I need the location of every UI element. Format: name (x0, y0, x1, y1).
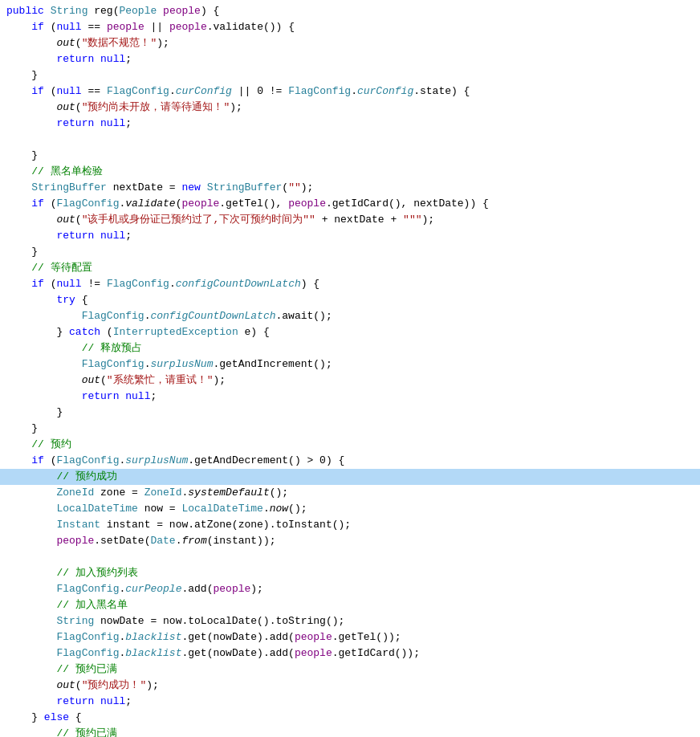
code-line: } (0, 67, 700, 83)
code-line: if (null == FlagConfig.curConfig || 0 !=… (0, 83, 700, 100)
code-text: FlagConfig.curPeople.add(people); (6, 581, 263, 597)
code-line: StringBuffer nextDate = new StringBuffer… (0, 180, 700, 196)
code-line: if (FlagConfig.surplusNum.getAndDecremen… (0, 453, 700, 469)
code-text: Instant instant = now.atZone(zone).toIns… (6, 517, 351, 533)
code-text: if (null == people || people.validate())… (6, 19, 295, 35)
code-text: return null; (6, 51, 132, 67)
code-text: } (6, 148, 38, 164)
code-text: // 预约成功 (6, 469, 117, 485)
code-text: // 预约已满 (6, 662, 117, 678)
code-line: // 加入黑名单 (0, 597, 700, 613)
code-text: StringBuffer nextDate = new StringBuffer… (6, 180, 313, 196)
code-text: if (null == FlagConfig.curConfig || 0 !=… (6, 83, 470, 100)
code-text: ZoneId zone = ZoneId.systemDefault(); (6, 485, 288, 501)
code-line: return null; (0, 51, 700, 67)
code-text: } (6, 421, 38, 437)
code-line: return null; (0, 694, 700, 710)
code-line: } (0, 148, 700, 164)
code-line: FlagConfig.configCountDownLatch.await(); (0, 308, 700, 324)
code-text: if (FlagConfig.validate(people.getTel(),… (6, 196, 489, 212)
code-text: String nowDate = now.toLocalDate().toStr… (6, 613, 344, 629)
code-line: // 预约已满 (0, 726, 700, 737)
code-line: if (null == people || people.validate())… (0, 19, 700, 35)
code-line: return null; (0, 116, 700, 132)
code-text: } (6, 67, 38, 83)
code-text: } catch (InterruptedException e) { (6, 324, 270, 340)
code-line (0, 132, 700, 148)
code-line: return null; (0, 228, 700, 244)
code-editor: public String reg(People people) { if (n… (0, 0, 700, 737)
code-line: // 预约 (0, 437, 700, 453)
code-line: people.setDate(Date.from(instant)); (0, 533, 700, 549)
code-text: people.setDate(Date.from(instant)); (6, 533, 276, 549)
code-text: FlagConfig.blacklist.get(nowDate).add(pe… (6, 629, 401, 645)
code-line: FlagConfig.blacklist.get(nowDate).add(pe… (0, 629, 700, 645)
code-line: // 黑名单检验 (0, 164, 700, 180)
code-line (0, 549, 700, 565)
code-line: } else { (0, 710, 700, 726)
code-text: out("预约成功！"); (6, 678, 159, 694)
code-line: } catch (InterruptedException e) { (0, 324, 700, 340)
code-text: // 预约已满 (6, 726, 117, 737)
code-line: LocalDateTime now = LocalDateTime.now(); (0, 501, 700, 517)
code-line: if (null != FlagConfig.configCountDownLa… (0, 276, 700, 292)
code-text: try { (6, 292, 88, 308)
code-line: out("数据不规范！"); (0, 35, 700, 51)
code-text: // 黑名单检验 (6, 164, 103, 180)
code-text: if (FlagConfig.surplusNum.getAndDecremen… (6, 453, 344, 469)
code-text: // 等待配置 (6, 260, 92, 276)
code-line: try { (0, 292, 700, 308)
code-text: // 预约 (6, 437, 71, 453)
code-text: } (6, 244, 38, 260)
code-line: // 预约成功 (0, 469, 700, 485)
code-line: out("预约尚未开放，请等待通知！"); (0, 100, 700, 116)
code-text: if (null != FlagConfig.configCountDownLa… (6, 276, 319, 292)
code-line: public String reg(People people) { (0, 3, 700, 19)
code-text: return null; (6, 694, 132, 710)
code-line: ZoneId zone = ZoneId.systemDefault(); (0, 485, 700, 501)
code-line: out("预约成功！"); (0, 678, 700, 694)
code-line: if (FlagConfig.validate(people.getTel(),… (0, 196, 700, 212)
code-text: // 释放预占 (6, 340, 142, 356)
code-text: FlagConfig.configCountDownLatch.await(); (6, 308, 332, 324)
code-text: // 加入预约列表 (6, 565, 138, 581)
code-line: FlagConfig.surplusNum.getAndIncrement(); (0, 356, 700, 373)
code-line: } (0, 405, 700, 421)
code-line: } (0, 244, 700, 260)
code-line: // 预约已满 (0, 662, 700, 678)
code-text: out("系统繁忙，请重试！"); (6, 373, 226, 389)
code-text: public String reg(People people) { (6, 3, 219, 19)
code-line: // 加入预约列表 (0, 565, 700, 581)
code-text: out("该手机或身份证已预约过了,下次可预约时间为"" + nextDate … (6, 212, 434, 228)
code-line: Instant instant = now.atZone(zone).toIns… (0, 517, 700, 533)
code-text: } (6, 405, 63, 421)
code-line: FlagConfig.blacklist.get(nowDate).add(pe… (0, 645, 700, 662)
code-text: return null; (6, 116, 132, 132)
code-text: } else { (6, 710, 82, 726)
code-line: // 等待配置 (0, 260, 700, 276)
code-line: FlagConfig.curPeople.add(people); (0, 581, 700, 597)
code-text: out("预约尚未开放，请等待通知！"); (6, 100, 242, 116)
code-text: LocalDateTime now = LocalDateTime.now(); (6, 501, 307, 517)
code-line: out("系统繁忙，请重试！"); (0, 373, 700, 389)
code-text: out("数据不规范！"); (6, 35, 169, 51)
code-line: return null; (0, 389, 700, 405)
code-line: out("该手机或身份证已预约过了,下次可预约时间为"" + nextDate … (0, 212, 700, 228)
code-line: } (0, 421, 700, 437)
code-text: return null; (6, 228, 132, 244)
code-text: FlagConfig.surplusNum.getAndIncrement(); (6, 356, 332, 373)
code-text: return null; (6, 389, 157, 405)
code-text: // 加入黑名单 (6, 597, 128, 613)
code-line: String nowDate = now.toLocalDate().toStr… (0, 613, 700, 629)
code-text: FlagConfig.blacklist.get(nowDate).add(pe… (6, 645, 420, 662)
code-line: // 释放预占 (0, 340, 700, 356)
